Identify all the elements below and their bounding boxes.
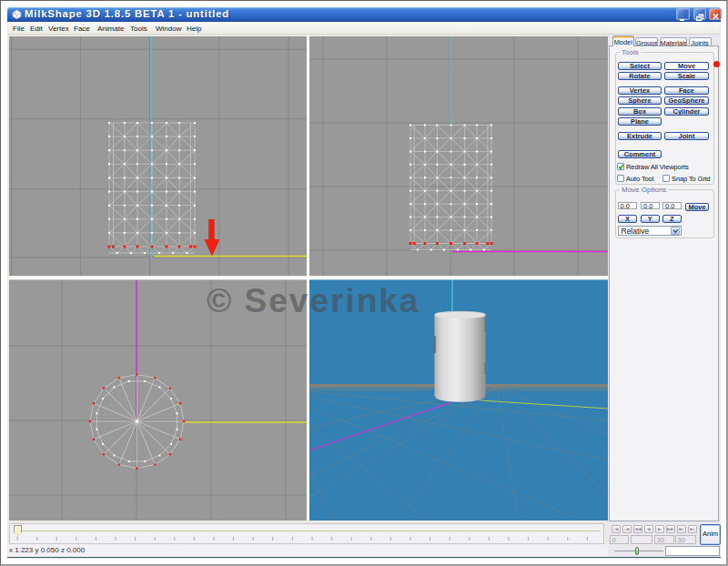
svg-text:© Severinka: © Severinka: [207, 282, 420, 319]
